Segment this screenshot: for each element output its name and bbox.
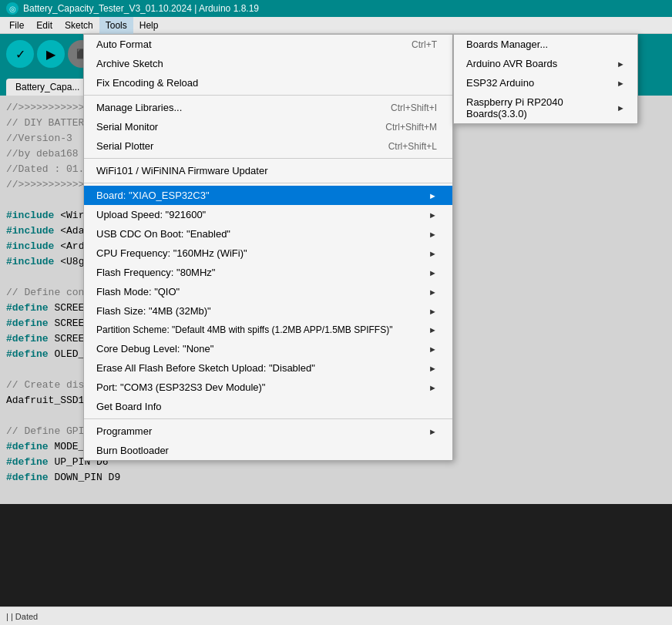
menu-separator — [84, 183, 452, 183]
verify-button[interactable]: ✓ — [6, 40, 34, 68]
submenu-boards-manager[interactable]: Boards Manager... — [454, 35, 637, 54]
editor-line — [6, 486, 666, 501]
board-submenu: Boards Manager... Arduino AVR Boards ► E… — [453, 34, 638, 124]
menu-partition-scheme[interactable]: Partition Scheme: "Default 4MB with spif… — [84, 321, 452, 339]
menu-upload-speed[interactable]: Upload Speed: "921600" ► — [84, 205, 452, 224]
menu-tools[interactable]: Tools — [99, 17, 133, 34]
menu-auto-format[interactable]: Auto Format Ctrl+T — [84, 35, 452, 54]
submenu-avr-boards[interactable]: Arduino AVR Boards ► — [454, 54, 637, 73]
menu-bar: File Edit Sketch Tools Help — [0, 17, 672, 34]
submenu-esp32[interactable]: ESP32 Arduino ► — [454, 73, 637, 92]
menu-erase-flash[interactable]: Erase All Flash Before Sketch Upload: "D… — [84, 358, 452, 378]
menu-fix-encoding[interactable]: Fix Encoding & Reload — [84, 73, 452, 92]
menu-help[interactable]: Help — [133, 17, 165, 34]
menu-flash-mode[interactable]: Flash Mode: "QIO" ► — [84, 282, 452, 301]
submenu-rp2040[interactable]: Raspberry Pi RP2040 Boards(3.3.0) ► — [454, 92, 637, 123]
app-icon: ◎ — [6, 2, 18, 15]
menu-board[interactable]: Board: "XIAO_ESP32C3" ► — [84, 186, 452, 205]
menu-separator — [84, 95, 452, 96]
menu-manage-libraries[interactable]: Manage Libraries... Ctrl+Shift+I — [84, 98, 452, 117]
menu-serial-plotter[interactable]: Serial Plotter Ctrl+Shift+L — [84, 136, 452, 156]
menu-get-board-info[interactable]: Get Board Info — [84, 397, 452, 416]
title-text: Battery_Capacity_Tester_V3_01.10.2024 | … — [23, 3, 259, 14]
menu-cpu-freq[interactable]: CPU Frequency: "160MHz (WiFi)" ► — [84, 244, 452, 263]
editor-line: // Instantiate Button objects — [6, 501, 666, 504]
menu-serial-monitor[interactable]: Serial Monitor Ctrl+Shift+M — [84, 117, 452, 136]
menu-wifi-firmware[interactable]: WiFi101 / WiFiNINA Firmware Updater — [84, 161, 452, 180]
menu-edit[interactable]: Edit — [30, 17, 59, 34]
menu-port[interactable]: Port: "COM3 (ESP32S3 Dev Module)" ► — [84, 378, 452, 397]
menu-separator — [84, 158, 452, 159]
menu-programmer[interactable]: Programmer ► — [84, 422, 452, 441]
menu-file[interactable]: File — [3, 17, 30, 34]
status-text: | | Dated — [6, 612, 38, 621]
tools-dropdown-menu: Auto Format Ctrl+T Archive Sketch Fix En… — [83, 34, 453, 461]
menu-flash-freq[interactable]: Flash Frequency: "80MHz" ► — [84, 263, 452, 282]
menu-archive-sketch[interactable]: Archive Sketch — [84, 54, 452, 73]
title-bar: ◎ Battery_Capacity_Tester_V3_01.10.2024 … — [0, 0, 672, 17]
menu-flash-size[interactable]: Flash Size: "4MB (32Mb)" ► — [84, 301, 452, 321]
editor-line: #define DOWN_PIN D9 — [6, 470, 666, 486]
menu-core-debug[interactable]: Core Debug Level: "None" ► — [84, 339, 452, 358]
upload-button[interactable]: ▶ — [37, 40, 65, 68]
status-bar: | | Dated — [0, 607, 672, 625]
menu-separator — [84, 418, 452, 419]
menu-sketch[interactable]: Sketch — [59, 17, 99, 34]
menu-burn-bootloader[interactable]: Burn Bootloader — [84, 441, 452, 460]
menu-usb-cdc[interactable]: USB CDC On Boot: "Enabled" ► — [84, 224, 452, 244]
editor-tab[interactable]: Battery_Capa... — [6, 79, 89, 96]
